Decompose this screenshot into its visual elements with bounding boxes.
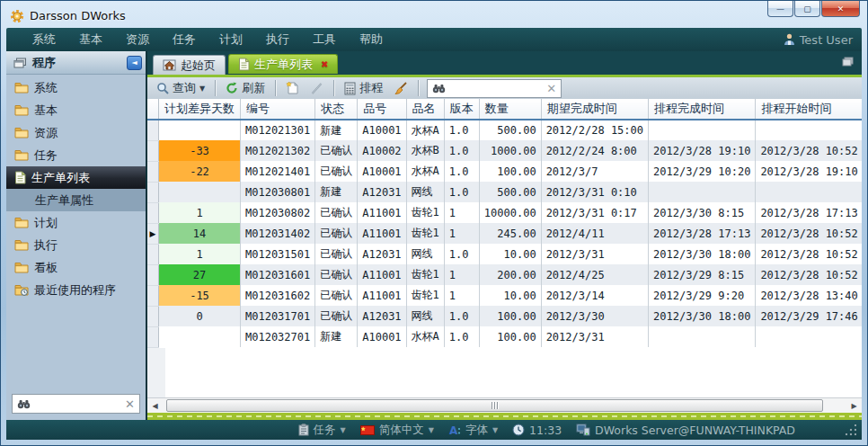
tab-close-icon[interactable]: ✖ [321,59,328,69]
tab-1[interactable]: 生产单列表✖ [228,54,338,74]
table-row[interactable]: M012032701新建A10001水杯A1.0100.002012/3/31 [147,326,862,347]
column-header-9[interactable]: 排程开始时间 [756,99,862,120]
status-item-3[interactable]: 11:33 [512,424,562,437]
query-button[interactable]: 查询 ▼ [153,78,208,98]
cell: 200.00 [479,264,541,285]
sidebar-item-5[interactable]: 生产单属性 [6,189,146,211]
sidebar-item-8[interactable]: 看板 [6,256,146,279]
table-row[interactable]: ▶14M012031402已确认A11001齿轮11245.002012/4/1… [147,223,862,244]
cell: M012021401 [241,161,315,182]
cell: M012031602 [241,285,315,306]
toolbar-search-input[interactable] [449,82,543,94]
user-name: Test User [800,33,853,47]
menu-item-4[interactable]: 计划 [219,32,243,46]
table-row[interactable]: 27M012031601已确认A11001齿轮11200.002012/4/25… [147,264,862,285]
column-header-2[interactable]: 状态 [315,99,358,120]
horizontal-scrollbar[interactable]: ◀ ▶ [147,397,862,413]
cell: 1 [444,223,479,244]
cell: 水杯A [406,120,444,140]
document-icon [238,58,250,71]
cell: 1 [444,264,479,285]
tab-list-icon[interactable] [841,57,855,67]
sidebar-collapse-button[interactable]: ◄ [127,56,142,70]
status-item-4[interactable]: DWorks Server@FUNWAY-THINKPAD [576,424,795,437]
app-window: Darsson DWorks — ▢ ✕ 系统基本资源任务计划执行工具帮助 Te… [0,0,868,446]
sidebar-item-4[interactable]: 生产单列表 [6,166,146,189]
sidebar-item-3[interactable]: 任务 [6,144,146,166]
table-row[interactable]: 0M012031701已确认A12031网线1.0100.002012/3/30… [147,306,862,326]
table-row[interactable]: M012030801新建A12031网线1.0500.002012/3/31 0… [147,182,862,202]
sidebar-search-clear-icon[interactable]: ✕ [125,397,135,411]
sidebar-item-7[interactable]: 执行 [6,234,146,256]
resize-grip[interactable] [844,424,856,437]
dropdown-icon: ▼ [429,426,434,434]
column-header-6[interactable]: 数量 [479,99,541,120]
cell: 1.0 [444,244,479,264]
cell: M012030801 [241,182,315,202]
column-header-0[interactable]: 计划差异天数 [159,99,241,120]
table-row[interactable]: -15M012031602已确认A11001齿轮1110.002012/3/14… [147,285,862,306]
column-header-8[interactable]: 排程完成时间 [649,99,756,120]
schedule-button[interactable]: 排程 [341,78,386,98]
status-label: 11:33 [529,424,562,437]
sidebar-search-input[interactable] [31,397,125,410]
menu-item-3[interactable]: 任务 [173,32,196,46]
cell: A12031 [358,306,406,326]
menu-item-0[interactable]: 系统 [32,32,56,46]
sidebar-item-9[interactable]: 最近使用的程序 [6,279,146,301]
menu-item-1[interactable]: 基本 [79,32,102,46]
status-item-1[interactable]: 简体中文 ▼ [360,423,434,438]
edit-button[interactable] [306,80,327,97]
sidebar-item-0[interactable]: 系统 [6,76,146,99]
tab-label: 起始页 [181,58,216,74]
cell: 2012/4/25 [541,264,648,285]
cell: 0 [159,306,241,326]
sidebar-item-label: 看板 [34,260,58,276]
column-header-5[interactable]: 版本 [444,99,479,120]
cell: 10000.00 [479,202,541,223]
sidebar-item-label: 基本 [34,103,58,119]
cell: 网线 [406,182,444,202]
table-row[interactable]: M012021301新建A10001水杯A1.0500.002012/2/28 … [147,120,862,140]
scrollbar-track[interactable] [163,398,846,413]
menu-item-5[interactable]: 执行 [266,32,289,46]
user-indicator[interactable]: Test User [784,33,853,47]
row-indicator [147,182,159,202]
tab-0[interactable]: 起始页 [153,55,226,75]
menu-item-7[interactable]: 帮助 [359,32,383,46]
table-header-row: 计划差异天数编号状态品号品名版本数量期望完成时间排程完成时间排程开始时间前 [147,99,862,120]
sidebar-item-2[interactable]: 资源 [6,121,146,144]
title-bar[interactable]: Darsson DWorks — ▢ ✕ [6,4,862,28]
scrollbar-thumb[interactable] [166,399,823,412]
column-header-3[interactable]: 品号 [358,99,406,120]
window-stack-icon [13,58,27,68]
scroll-right-icon[interactable]: ▶ [846,398,862,413]
cell: 2012/3/7 [541,161,648,182]
new-button[interactable] [282,79,303,97]
status-item-0[interactable]: 任务 ▼ [298,423,346,438]
sidebar-item-1[interactable]: 基本 [6,99,146,121]
sidebar-item-6[interactable]: 计划 [6,211,146,234]
cell: 2012/3/30 8:15 [649,202,756,223]
table-row[interactable]: 1M012030802已确认A11001齿轮1110000.002012/3/3… [147,202,862,223]
refresh-button[interactable]: 刷新 [222,78,269,98]
close-button[interactable]: ✕ [821,1,860,17]
maximize-button[interactable]: ▢ [794,1,820,17]
table-row[interactable]: -33M012021302已确认A10002水杯B1.01000.002012/… [147,140,862,161]
column-header-1[interactable]: 编号 [241,99,315,120]
scroll-left-icon[interactable]: ◀ [147,398,163,413]
minimize-button[interactable]: — [767,1,793,17]
table-row[interactable]: -22M012021401已确认A10001水杯A1.0100.002012/3… [147,161,862,182]
menu-item-2[interactable]: 资源 [126,32,149,46]
status-bar: 任务 ▼ 简体中文 ▼ A 字体 ▼ 11:33 DWorks Server@F… [6,420,862,440]
cell: 2012/3/31 [541,244,648,264]
status-item-2[interactable]: A 字体 ▼ [448,423,498,438]
toolbar-search-clear-icon[interactable]: ✕ [546,82,556,95]
sidebar-search-box: ✕ [12,394,140,414]
cell: 10.00 [479,244,541,264]
column-header-7[interactable]: 期望完成时间 [541,99,648,120]
menu-item-6[interactable]: 工具 [313,32,336,46]
clean-button[interactable] [390,80,412,97]
table-row[interactable]: 1M012031501已确认A12031网线1.010.002012/3/312… [147,244,862,264]
column-header-4[interactable]: 品名 [406,99,444,120]
